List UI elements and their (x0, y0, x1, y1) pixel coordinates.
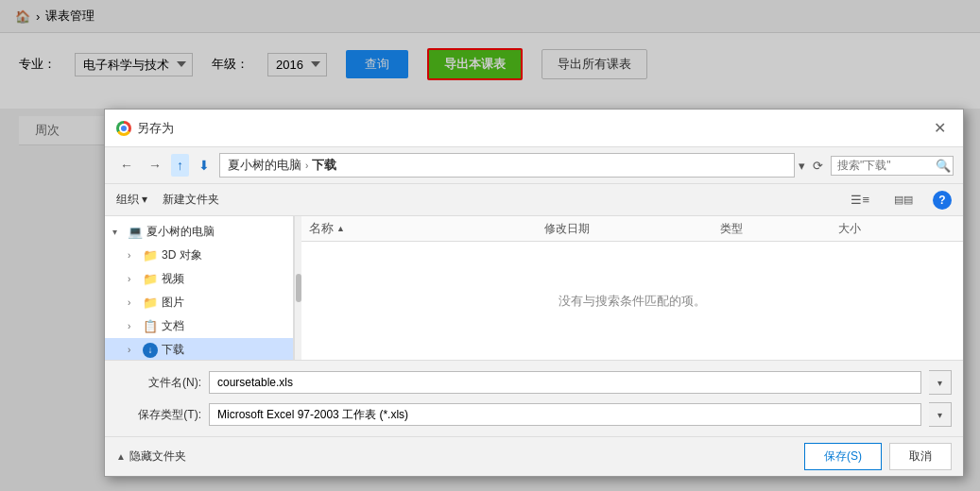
dialog-close-button[interactable]: ✕ (928, 117, 952, 139)
right-content: 没有与搜索条件匹配的项。 (301, 242, 963, 360)
back-button[interactable]: ← (114, 154, 139, 177)
search-input[interactable] (837, 159, 932, 172)
path-computer: 夏小树的电脑 (228, 157, 301, 174)
download-icon: ↓ (143, 343, 158, 358)
up-button[interactable]: ↑ (171, 154, 189, 177)
tree-label-doc: 文档 (162, 318, 184, 334)
tree-item-computer[interactable]: ▾ 💻 夏小树的电脑 (105, 220, 293, 244)
filename-label: 文件名(N): (116, 375, 201, 391)
filetype-label: 保存类型(T): (116, 407, 201, 423)
filename-row: 文件名(N): ▾ (116, 370, 952, 395)
search-icon-button[interactable]: 🔍 (936, 159, 951, 173)
tree-label-download: 下载 (162, 342, 184, 358)
filename-dropdown[interactable]: ▾ (929, 370, 952, 395)
hidden-folders-label: 隐藏文件夹 (129, 449, 186, 465)
download-folder-button[interactable]: ⬇ (193, 154, 215, 177)
dialog-actions: 保存(S) 取消 (804, 443, 952, 470)
tree-item-doc[interactable]: › 📋 文档 (105, 314, 293, 338)
filename-input[interactable] (209, 371, 921, 394)
dialog-bottom: 文件名(N): ▾ 保存类型(T): ▾ (105, 360, 963, 436)
doc-icon: 📋 (143, 319, 158, 334)
save-dialog: 另存为 ✕ ← → ↑ ⬇ 夏小树的电脑 › 下载 ▾ ⟳ 🔍 组织 ▾ 新建文… (104, 109, 964, 477)
col-modified-header[interactable]: 修改日期 (544, 220, 721, 237)
cancel-button[interactable]: 取消 (889, 443, 952, 470)
empty-message: 没有与搜索条件匹配的项。 (559, 293, 706, 310)
column-headers: 名称 ▲ 修改日期 类型 大小 (301, 216, 963, 242)
tree-toggle-doc[interactable]: › (128, 321, 139, 331)
scrollbar-thumb (296, 274, 301, 302)
tree-toggle-video[interactable]: › (128, 274, 139, 284)
tree-toggle-computer[interactable]: ▾ (112, 227, 124, 237)
save-button[interactable]: 保存(S) (804, 443, 882, 470)
path-current: 下载 (312, 157, 336, 174)
tree-item-image[interactable]: › 📁 图片 (105, 291, 293, 314)
filetype-row: 保存类型(T): ▾ (116, 402, 952, 427)
action-toolbar: 组织 ▾ 新建文件夹 ☰≡ ▤▤ ? (105, 184, 963, 216)
tree-toggle-download[interactable]: › (128, 345, 139, 355)
path-dropdown-button[interactable]: ▾ (799, 159, 805, 173)
view-list-button[interactable]: ▤▤ (889, 191, 918, 209)
right-panel: 名称 ▲ 修改日期 类型 大小 没有与搜索条件匹配的项。 (301, 216, 963, 360)
tree-label-3d: 3D 对象 (162, 247, 202, 263)
help-button[interactable]: ? (933, 191, 952, 210)
tree-item-3d[interactable]: › 📁 3D 对象 (105, 244, 293, 267)
toggle-arrow-icon: ▲ (116, 451, 126, 462)
tree-label-video: 视频 (162, 271, 184, 287)
dialog-titlebar: 另存为 ✕ (105, 110, 963, 147)
new-folder-button[interactable]: 新建文件夹 (163, 192, 219, 208)
image-icon: 📁 (143, 296, 158, 311)
tree-toggle-3d[interactable]: › (128, 250, 139, 261)
left-panel: ▾ 💻 夏小树的电脑 › 📁 3D 对象 › 📁 视频 (105, 216, 294, 360)
3d-icon: 📁 (143, 248, 158, 263)
video-icon: 📁 (143, 272, 158, 287)
tree-label-image: 图片 (162, 295, 184, 311)
dialog-title-text: 另存为 (137, 120, 174, 137)
view-toggle-button[interactable]: ☰≡ (846, 190, 874, 210)
hidden-folders-toggle[interactable]: ▲ 隐藏文件夹 (116, 449, 186, 465)
tree-item-download[interactable]: › ↓ 下载 (105, 338, 293, 360)
dialog-title: 另存为 (116, 120, 174, 137)
dialog-footer: ▲ 隐藏文件夹 保存(S) 取消 (105, 436, 963, 476)
computer-icon: 💻 (128, 225, 143, 240)
forward-button[interactable]: → (143, 154, 167, 177)
tree-toggle-image[interactable]: › (128, 297, 139, 308)
col-size-header[interactable]: 大小 (838, 220, 955, 237)
col-type-header[interactable]: 类型 (720, 220, 837, 237)
dialog-toolbar: ← → ↑ ⬇ 夏小树的电脑 › 下载 ▾ ⟳ 🔍 (105, 147, 963, 184)
dialog-body: ▾ 💻 夏小树的电脑 › 📁 3D 对象 › 📁 视频 (105, 216, 963, 360)
filetype-input[interactable] (209, 403, 921, 426)
refresh-button[interactable]: ⟳ (809, 157, 827, 175)
tree-item-video[interactable]: › 📁 视频 (105, 267, 293, 291)
left-panel-wrapper: ▾ 💻 夏小树的电脑 › 📁 3D 对象 › 📁 视频 (105, 216, 301, 360)
path-bar: 夏小树的电脑 › 下载 (219, 153, 795, 178)
search-box: 🔍 (831, 156, 954, 176)
filetype-dropdown[interactable]: ▾ (929, 402, 952, 427)
chrome-icon (116, 121, 131, 136)
col-name-header[interactable]: 名称 ▲ (309, 220, 544, 237)
scrollbar-track[interactable] (294, 216, 301, 360)
organize-button[interactable]: 组织 ▾ (116, 192, 147, 208)
tree-label-computer: 夏小树的电脑 (146, 224, 215, 240)
